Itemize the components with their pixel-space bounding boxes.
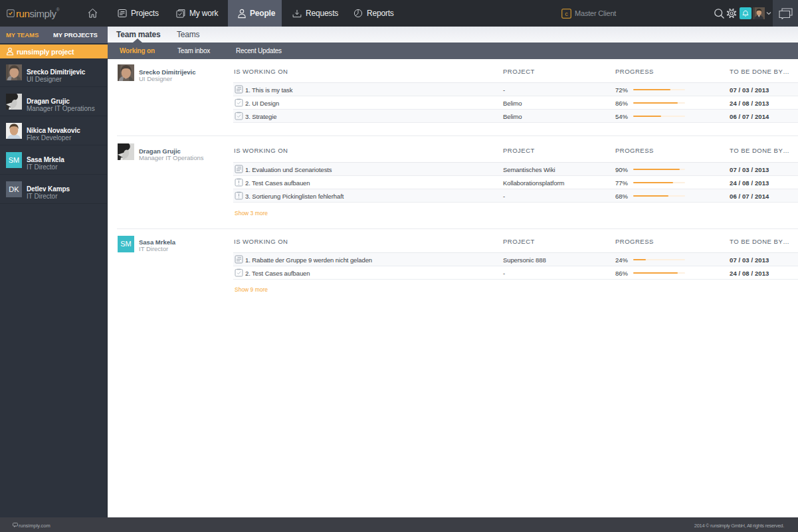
svg-text:c: c — [565, 11, 568, 17]
